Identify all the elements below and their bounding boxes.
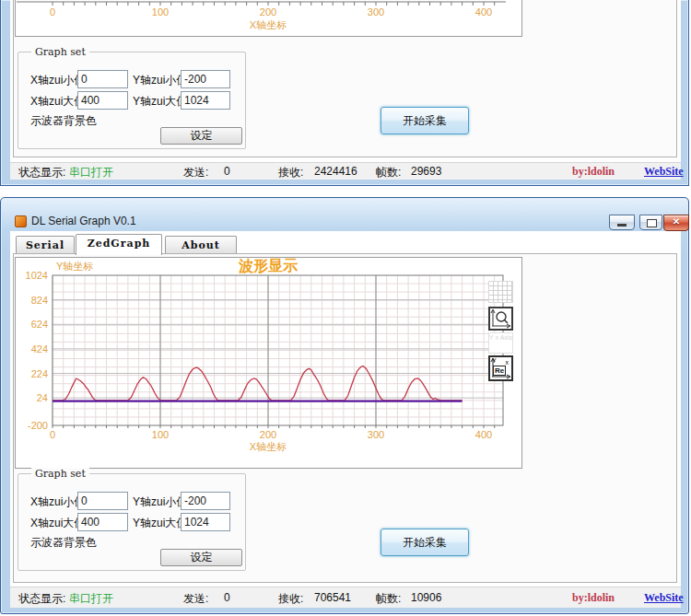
x-axis-label: X轴坐标: [250, 19, 287, 30]
author-credit: by:ldolin: [572, 591, 615, 605]
x-min-input[interactable]: [77, 492, 128, 510]
send-value: 0: [224, 591, 230, 604]
website-link[interactable]: WebSite: [644, 165, 684, 179]
bg-color-label: 示波器背景色: [30, 113, 97, 129]
y-tick-label: 1024: [26, 270, 48, 281]
frames-value: 29693: [411, 165, 441, 178]
y-min-input[interactable]: [181, 492, 230, 510]
x-tick-label: 100: [152, 429, 169, 440]
recv-label: 接收:: [278, 591, 303, 607]
y-tick-label: 224: [31, 368, 48, 379]
x-tick-label: 300: [368, 6, 384, 17]
x-tick-label: 400: [475, 429, 492, 440]
status-bar: 状态显示: 串口打开 发送: 0 接收: 706541 帧数: 10906 by…: [10, 587, 681, 608]
close-button[interactable]: ✕: [663, 215, 689, 231]
window-main: DL Serial Graph V0.1 ✕ Serial Port ZedGr…: [0, 197, 689, 614]
x-tick-label: 300: [368, 429, 384, 440]
start-capture-button[interactable]: 开始采集: [381, 529, 469, 556]
y-axis-label: Y轴坐标: [56, 261, 93, 272]
waveform-chart[interactable]: -2002422442462482410240100200300400波形显示Y…: [16, 258, 521, 468]
reset-axes-icon[interactable]: Y x Re: [488, 355, 513, 381]
status-label: 状态显示:: [18, 591, 65, 607]
x-tick-label: 0: [50, 429, 55, 440]
status-value: 串口打开: [69, 165, 113, 180]
send-value: 0: [224, 165, 230, 178]
send-label: 发送:: [183, 591, 208, 607]
reset-label: Re: [493, 366, 506, 376]
close-icon: ✕: [664, 216, 688, 227]
y-max-input[interactable]: [181, 91, 230, 110]
recv-label: 接收:: [278, 165, 303, 180]
grid-icon: [488, 281, 513, 303]
x-tick-label: 400: [475, 6, 492, 17]
zoom-icon[interactable]: [488, 307, 513, 331]
x-tick-label: 100: [152, 6, 169, 17]
x-max-input[interactable]: [77, 91, 128, 110]
tab-zedgraph[interactable]: ZedGraph: [76, 234, 162, 255]
y-tick-label: 624: [31, 319, 48, 330]
minimize-icon: [617, 224, 627, 227]
start-capture-button[interactable]: 开始采集: [381, 107, 469, 134]
website-link[interactable]: WebSite: [644, 591, 684, 605]
window-title: DL Serial Graph V0.1: [31, 215, 136, 227]
y-min-label: Y轴zui小值: [133, 494, 187, 510]
author-credit: by:ldolin: [572, 165, 615, 179]
recv-value: 706541: [314, 591, 351, 604]
x-tick-label: 0: [50, 6, 55, 17]
group-legend: Graph set: [31, 46, 89, 58]
x-tick-label: 200: [260, 429, 276, 440]
app-icon: [15, 215, 27, 227]
zoom-icon-glyph: [490, 308, 511, 329]
y-tick-label: 24: [37, 392, 48, 403]
y-max-input[interactable]: [181, 513, 230, 531]
waveform-panel[interactable]: -2002422442462482410240100200300400波形显示Y…: [15, 257, 522, 469]
bg-color-label: 示波器背景色: [30, 535, 97, 551]
page: { "top_window": { "axis": { "xticks": [0…: [0, 0, 691, 616]
axes-scale-icon: Y x Axis: [488, 332, 513, 354]
y-tick-label: 824: [31, 295, 48, 306]
x-axis-partial: 0100200300400X轴坐标: [16, 0, 521, 35]
send-label: 发送:: [183, 165, 208, 180]
group-legend: Graph set: [31, 468, 89, 480]
x-axis-label: X轴坐标: [250, 441, 287, 452]
y-tick-label: 424: [31, 343, 48, 354]
frames-label: 帧数:: [376, 591, 401, 607]
reset-x-label: x: [506, 359, 509, 366]
set-button[interactable]: 设定: [160, 549, 242, 566]
y-tick-label: -200: [28, 420, 48, 431]
maximize-icon: [647, 219, 657, 227]
minimize-button[interactable]: [609, 215, 635, 230]
recv-value: 2424416: [314, 165, 357, 178]
tab-serial-port[interactable]: Serial Port: [16, 236, 75, 253]
status-value: 串口打开: [69, 591, 113, 607]
window-partial: 0100200300400X轴坐标 CH8 0 CH9 0 Graph set …: [0, 0, 689, 186]
reset-y-label: Y: [492, 357, 497, 364]
tab-about[interactable]: About: [165, 236, 237, 253]
x-tick-label: 200: [260, 6, 276, 17]
status-label: 状态显示:: [18, 165, 65, 180]
maximize-button[interactable]: [639, 215, 662, 230]
set-button[interactable]: 设定: [160, 127, 242, 145]
chart-title: 波形显示: [238, 258, 299, 273]
x-min-input[interactable]: [77, 70, 128, 88]
frames-value: 10906: [411, 591, 441, 604]
y-min-label: Y轴zui小值: [133, 73, 187, 88]
x-max-input[interactable]: [77, 513, 128, 531]
frames-label: 帧数:: [376, 165, 401, 180]
y-max-label: Y轴zui大值: [133, 516, 187, 531]
y-max-label: Y轴zui大值: [133, 94, 187, 110]
axes-scale-hint: Y x Axis: [489, 334, 512, 341]
y-min-input[interactable]: [181, 70, 230, 88]
status-bar: 状态显示: 串口打开 发送: 0 接收: 2424416 帧数: 29693 b…: [10, 162, 681, 180]
waveform-panel-partial[interactable]: 0100200300400X轴坐标: [15, 0, 522, 37]
